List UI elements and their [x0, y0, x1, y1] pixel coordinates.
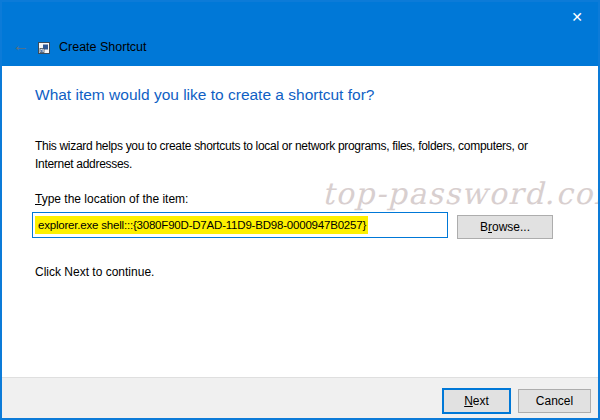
wizard-description: This wizard helps you to create shortcut… — [35, 137, 528, 173]
location-label: Type the location of the item: — [35, 192, 188, 206]
window-title: Create Shortcut — [59, 40, 147, 54]
location-input[interactable]: explorer.exe shell:::{3080F90D-D7AD-11D9… — [32, 212, 448, 238]
location-label-accel: T — [35, 192, 42, 206]
description-line: This wizard helps you to create shortcut… — [35, 137, 528, 155]
browse-button-label: Browse... — [480, 220, 530, 234]
shortcut-app-icon — [38, 42, 50, 54]
cancel-button[interactable]: Cancel — [518, 389, 591, 413]
watermark: top-password.com — [322, 176, 600, 211]
location-value: explorer.exe shell:::{3080F90D-D7AD-11D9… — [35, 216, 368, 234]
titlebar: ← Create Shortcut ✕ — [2, 2, 598, 66]
next-button[interactable]: Next — [442, 388, 511, 414]
location-label-rest: ype the location of the item: — [42, 192, 189, 206]
next-button-label: Next — [464, 394, 489, 408]
hint-text: Click Next to continue. — [35, 265, 154, 279]
back-button[interactable]: ← — [9, 36, 33, 56]
wizard-heading: What item would you like to create a sho… — [35, 86, 374, 104]
back-arrow-icon: ← — [13, 36, 30, 56]
cancel-button-label: Cancel — [536, 394, 573, 408]
description-line: Internet addresses. — [35, 155, 528, 173]
create-shortcut-window: ← Create Shortcut ✕ What item would you … — [0, 0, 600, 420]
browse-button[interactable]: Browse... — [457, 215, 553, 239]
close-icon: ✕ — [571, 9, 583, 25]
close-button[interactable]: ✕ — [560, 6, 594, 28]
